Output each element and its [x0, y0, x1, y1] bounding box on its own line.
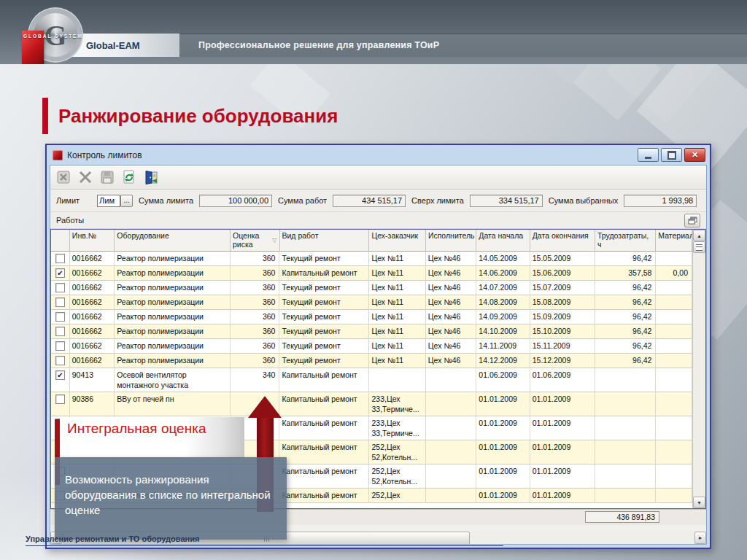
cell-exec: Цех №46	[426, 324, 476, 339]
cascade-windows-button[interactable]	[684, 214, 700, 228]
company-logo: G GLOBAL SYSTEM	[25, 7, 82, 64]
cell-hours	[595, 416, 656, 440]
scroll-down-button[interactable]: ▾	[693, 497, 705, 508]
filter-value: 100 000,00	[199, 195, 272, 207]
window-titlebar[interactable]: Контроль лимитов ✕	[50, 145, 707, 165]
column-menu-button[interactable]	[693, 241, 705, 253]
cell-mat	[656, 440, 692, 464]
cell-risk: 360	[231, 324, 279, 339]
delete-button[interactable]	[77, 168, 94, 186]
save-button[interactable]	[98, 168, 116, 186]
cell-end: 15.11.2009	[530, 339, 595, 354]
cell-start: 14.05.2009	[476, 252, 530, 266]
scroll-track[interactable]	[693, 253, 705, 497]
cell-cust: Цех №11	[369, 354, 425, 368]
table-row[interactable]: 0016662Реактор полимеризации360Текущий р…	[51, 354, 692, 368]
scroll-right-button[interactable]: ▸	[694, 532, 706, 544]
row-checkbox[interactable]	[55, 312, 65, 322]
table-row[interactable]: ✔90413Осевой вентилятор монтажного участ…	[51, 368, 692, 392]
minimize-button[interactable]	[638, 148, 659, 162]
column-header[interactable]: Оборудование	[115, 230, 231, 252]
refresh-button[interactable]	[120, 168, 138, 186]
clear-button[interactable]	[55, 168, 72, 186]
cell-cust: 233,Цех 33,Термиче...	[369, 416, 425, 440]
column-header[interactable]: Вид работ	[280, 230, 370, 252]
cell-exec	[426, 392, 476, 416]
column-header[interactable]: Исполнитель	[426, 230, 476, 252]
row-checkbox[interactable]	[55, 283, 65, 292]
cascade-windows-icon	[688, 217, 697, 225]
table-row[interactable]: 90386ВВу от печей пнКапитальный ремонт23…	[51, 392, 692, 416]
column-header[interactable]: Цех-заказчик	[369, 230, 425, 252]
cell-hours: 96,42	[595, 281, 656, 295]
cell-cust: Цех №11	[369, 295, 425, 310]
cell-equip: Реактор полимеризации	[115, 310, 231, 324]
cell-risk: 360	[231, 310, 279, 324]
app-icon	[53, 150, 63, 160]
cell-cust: 252,Цех 52,Котельн...	[369, 464, 425, 489]
cell-work: Текущий ремонт	[279, 310, 369, 324]
table-row[interactable]: 0016662Реактор полимеризации360Текущий р…	[51, 295, 692, 310]
filter-label: Сумма выбранных	[549, 196, 618, 205]
cell-exec: Цех №46	[426, 266, 476, 281]
cell-cust: Цех №11	[369, 266, 425, 281]
table-row[interactable]: 0016662Реактор полимеризации360Текущий р…	[51, 324, 692, 339]
column-header[interactable]: Оценка риска▽	[231, 230, 279, 252]
checkbox-cell: ✔	[51, 266, 70, 281]
brand-name: Global-EAM	[86, 40, 140, 51]
cell-mat	[656, 354, 692, 368]
row-checkbox[interactable]: ✔	[55, 268, 65, 278]
cell-hours: 96,42	[595, 339, 656, 354]
cell-exec: Цех №46	[426, 310, 476, 324]
cell-risk: 360	[231, 354, 279, 368]
cell-risk: 360	[231, 339, 279, 354]
exit-button[interactable]	[142, 168, 160, 186]
row-checkbox[interactable]	[55, 327, 65, 336]
maximize-button[interactable]	[661, 148, 682, 162]
toolbar	[50, 166, 706, 190]
cell-work: Капитальный ремонт	[279, 464, 369, 489]
row-checkbox[interactable]	[55, 298, 65, 307]
cell-cust: Цех №11	[369, 324, 425, 339]
row-checkbox[interactable]	[55, 341, 65, 351]
table-row[interactable]: 0016662Реактор полимеризации360Текущий р…	[51, 339, 692, 354]
cell-hours	[595, 392, 656, 416]
ranking-note-callout: Возможность ранжирования оборудования в …	[55, 457, 287, 540]
table-row[interactable]: 0016662Реактор полимеризации360Текущий р…	[51, 281, 692, 295]
cell-mat	[656, 416, 692, 440]
column-header[interactable]: Дата окончания	[530, 230, 595, 252]
row-checkbox[interactable]	[55, 356, 65, 365]
sort-icon: ▽	[272, 236, 276, 245]
cell-start: 01.01.2009	[476, 464, 530, 489]
row-checkbox[interactable]	[55, 394, 65, 404]
cell-end: 01.01.2009	[530, 464, 595, 489]
limit-input[interactable]: Лим	[97, 195, 120, 207]
scroll-up-button[interactable]: ▴	[693, 230, 705, 241]
cell-risk: 360	[231, 266, 279, 281]
tagline-band: Профессиональное решение для управления …	[179, 34, 747, 57]
table-row[interactable]: 0016662Реактор полимеризации360Текущий р…	[51, 252, 692, 266]
filter-label: Лимит	[56, 196, 80, 205]
close-button[interactable]: ✕	[684, 148, 705, 162]
limit-picker-button[interactable]: ...	[120, 195, 133, 207]
cell-hours	[595, 368, 656, 392]
table-row[interactable]: ✔0016662Реактор полимеризации360Капиталь…	[51, 266, 692, 281]
cell-equip: ВВу от печей пн	[115, 392, 231, 416]
cell-hours	[595, 440, 656, 464]
cell-hours: 357,58	[595, 266, 656, 281]
table-row[interactable]: 0016662Реактор полимеризации360Текущий р…	[51, 310, 692, 324]
cell-mat	[656, 295, 692, 310]
row-checkbox[interactable]	[55, 254, 65, 263]
cell-mat	[656, 310, 692, 324]
column-header[interactable]: Трудозатраты, ч	[595, 230, 656, 252]
column-header[interactable]: Дата начала	[476, 230, 530, 252]
column-header[interactable]: Инв.№	[70, 230, 115, 252]
row-checkbox[interactable]: ✔	[55, 370, 65, 380]
cell-cust: 233,Цех 33,Термиче...	[369, 392, 425, 416]
cell-mat	[656, 464, 692, 489]
checkbox-cell	[51, 339, 70, 354]
vertical-scrollbar[interactable]: ▴ ▾	[692, 230, 705, 508]
column-header[interactable]: Материалы	[656, 230, 692, 252]
cell-end: 15.07.2009	[530, 281, 595, 295]
cell-start: 14.10.2009	[476, 324, 530, 339]
